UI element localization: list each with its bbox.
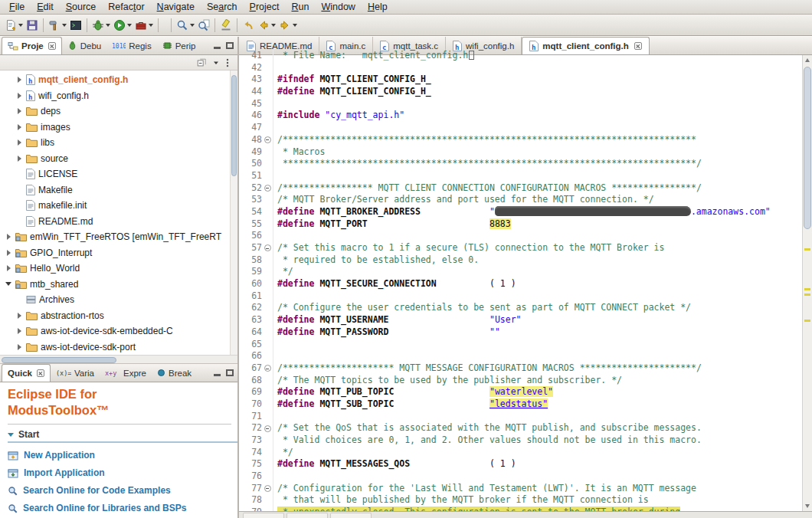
menu-source[interactable]: Source xyxy=(60,0,103,14)
new-dropdown-icon[interactable] xyxy=(18,24,23,27)
external-tools-button[interactable] xyxy=(133,17,155,34)
tree-item-source[interactable]: source xyxy=(0,151,229,167)
new-header-file-button[interactable] xyxy=(165,17,168,34)
collapsed-arrow-icon[interactable] xyxy=(15,108,23,114)
tree-item-abstraction-rtos[interactable]: abstraction-rtos xyxy=(0,308,229,324)
mark-occurrences-button[interactable] xyxy=(218,17,234,34)
tree-scrollbar-thumb[interactable] xyxy=(231,75,237,176)
editor-scrollbar-thumb[interactable] xyxy=(804,67,811,229)
forward-button[interactable] xyxy=(277,17,299,34)
collapsed-arrow-icon[interactable] xyxy=(15,93,23,99)
view-tab-perip[interactable]: Perip xyxy=(157,37,201,54)
fold-marker[interactable] xyxy=(262,422,273,434)
tree-item-gpio-interrupt[interactable]: GPIO_Interrupt xyxy=(0,245,229,261)
tree-item-aws-iot-device-sdk-embedded-c[interactable]: aws-iot-device-sdk-embedded-C xyxy=(0,323,229,339)
run-button[interactable] xyxy=(112,17,133,34)
collapsed-arrow-icon[interactable] xyxy=(5,265,12,271)
tree-item-aws-iot-device-sdk-port[interactable]: aws-iot-device-sdk-port xyxy=(0,339,229,356)
tree-item-makefile[interactable]: Makefile xyxy=(0,182,229,198)
tree-item-images[interactable]: images xyxy=(0,120,229,136)
link-search-online-for-libraries-and-bsps[interactable]: Search Online for Libraries and BSPs xyxy=(8,503,237,513)
quick-tab-quick[interactable]: Quick xyxy=(2,364,51,382)
fold-marker[interactable] xyxy=(262,362,273,375)
quick-tab-expre[interactable]: x+yExpre xyxy=(100,364,152,382)
tree-item-mqtt-client-config-h[interactable]: hmqtt_client_config.h xyxy=(0,72,229,88)
project-tree[interactable]: hmqtt_client_config.hhwifi_config.hdepsi… xyxy=(0,70,237,355)
collapsed-arrow-icon[interactable] xyxy=(15,344,23,350)
menu-help[interactable]: Help xyxy=(362,0,394,14)
close-icon[interactable] xyxy=(634,42,642,50)
view-tab-proje[interactable]: Proje xyxy=(2,37,62,54)
menu-project[interactable]: Project xyxy=(244,0,286,14)
start-section-header[interactable]: Start xyxy=(8,428,237,443)
save-button[interactable] xyxy=(25,17,40,34)
run-dropdown-icon[interactable] xyxy=(127,24,132,27)
editor-vertical-scrollbar[interactable] xyxy=(802,55,812,511)
collapse-all-button[interactable] xyxy=(196,57,207,68)
search-dropdown-icon[interactable] xyxy=(190,24,195,27)
scroll-up-icon[interactable] xyxy=(805,58,810,62)
debug-button[interactable] xyxy=(90,17,112,34)
tree-hscrollbar-thumb[interactable] xyxy=(2,357,116,363)
collapsed-arrow-icon[interactable] xyxy=(15,77,23,83)
code-area[interactable]: 41 * File Name: mqtt_client_config.h4243… xyxy=(239,50,802,511)
view-tab-debu[interactable]: Debu xyxy=(62,37,107,54)
debug-dropdown-icon[interactable] xyxy=(106,24,110,27)
menu-search[interactable]: Search xyxy=(201,0,244,14)
quick-tab-varia[interactable]: (x)=Varia xyxy=(51,364,100,382)
forward-dropdown-icon[interactable] xyxy=(293,24,297,27)
tree-item-makefile-init[interactable]: makefile.init xyxy=(0,198,229,214)
minimize-icon[interactable] xyxy=(214,47,221,49)
tree-item-license[interactable]: LICENSE xyxy=(0,166,229,182)
collapsed-arrow-icon[interactable] xyxy=(15,328,23,334)
view-menu-button[interactable] xyxy=(225,57,230,68)
new-button[interactable] xyxy=(3,17,25,34)
maximize-icon[interactable] xyxy=(226,369,234,376)
search-button[interactable] xyxy=(175,17,196,34)
tree-item-readme-md[interactable]: README.md xyxy=(0,214,229,230)
tree-item-emwin-tft-freertos-emwin-tft-freert[interactable]: emWin_TFT_FreeRTOS [emWin_TFT_FreeRT xyxy=(0,229,229,245)
link-new-application[interactable]: New Application xyxy=(8,450,237,461)
collapsed-arrow-icon[interactable] xyxy=(5,250,12,256)
link-import-application[interactable]: Import Application xyxy=(8,467,237,478)
last-edit-location-button[interactable] xyxy=(241,17,256,34)
collapsed-arrow-icon[interactable] xyxy=(5,234,12,240)
collapsed-arrow-icon[interactable] xyxy=(15,313,23,319)
maximize-icon[interactable] xyxy=(226,42,234,49)
open-element-button[interactable] xyxy=(196,17,211,34)
tree-item-archives[interactable]: Archives xyxy=(0,292,229,308)
menu-edit[interactable]: Edit xyxy=(31,0,60,14)
fold-marker[interactable] xyxy=(262,182,273,195)
view-pulldown-button[interactable] xyxy=(212,59,220,67)
tree-item-wifi-config-h[interactable]: hwifi_config.h xyxy=(0,88,229,104)
menu-run[interactable]: Run xyxy=(285,0,315,14)
tree-item-deps[interactable]: deps xyxy=(0,103,229,120)
minimize-icon[interactable] xyxy=(214,374,221,376)
tree-item-mtb-shared[interactable]: mtb_shared xyxy=(0,277,229,293)
quick-tab-break[interactable]: Break xyxy=(152,364,197,382)
view-tab-regis[interactable]: 1010Regis xyxy=(106,37,156,54)
external-tools-dropdown-icon[interactable] xyxy=(149,24,153,27)
fold-marker[interactable] xyxy=(262,134,273,146)
collapsed-arrow-icon[interactable] xyxy=(15,124,23,130)
close-icon[interactable] xyxy=(48,42,56,50)
menu-file[interactable]: File xyxy=(3,0,31,14)
back-button[interactable] xyxy=(256,17,277,34)
link-search-online-for-code-examples[interactable]: Search Online for Code Examples xyxy=(8,485,237,496)
build-button[interactable] xyxy=(47,17,68,34)
menu-window[interactable]: Window xyxy=(315,0,361,14)
back-dropdown-icon[interactable] xyxy=(271,24,276,27)
tree-horizontal-scrollbar[interactable] xyxy=(0,355,237,364)
scroll-down-icon[interactable] xyxy=(805,504,810,508)
close-icon[interactable] xyxy=(37,369,44,377)
menu-refactor[interactable]: Refactor xyxy=(102,0,150,14)
new-terminal-button[interactable] xyxy=(68,17,83,34)
tree-item-hello-world[interactable]: Hello_World xyxy=(0,261,229,277)
fold-marker[interactable] xyxy=(262,242,273,254)
expanded-arrow-icon[interactable] xyxy=(5,282,12,286)
collapsed-arrow-icon[interactable] xyxy=(15,139,23,146)
build-dropdown-icon[interactable] xyxy=(62,24,67,27)
menu-navigate[interactable]: Navigate xyxy=(151,0,201,14)
tree-vertical-scrollbar[interactable] xyxy=(230,70,237,355)
collapsed-arrow-icon[interactable] xyxy=(15,156,23,162)
